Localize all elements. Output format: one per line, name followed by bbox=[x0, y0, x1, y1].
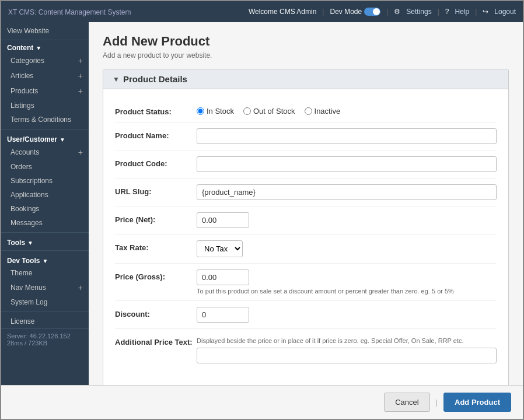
status-out-of-stock-label[interactable]: Out of Stock bbox=[243, 107, 295, 116]
bookings-label: Bookings bbox=[11, 205, 39, 213]
tools-section-header[interactable]: Tools ▼ bbox=[1, 235, 89, 248]
content-arrow: ▼ bbox=[36, 45, 41, 51]
card-body: Product Status: In Stock Out of Stock bbox=[103, 89, 508, 379]
settings-link[interactable]: Settings bbox=[406, 8, 431, 16]
sidebar-item-categories[interactable]: Categories + bbox=[1, 53, 89, 68]
devtools-arrow: ▼ bbox=[42, 258, 48, 264]
devtools-label: Dev Tools bbox=[7, 257, 40, 265]
additional-price-row: Additional Price Text: Displayed beside … bbox=[115, 329, 497, 369]
help-icon: ? bbox=[445, 8, 449, 16]
price-gross-control: To put this product on sale set a discou… bbox=[197, 270, 497, 295]
product-code-input[interactable] bbox=[197, 156, 497, 172]
url-slug-input[interactable] bbox=[197, 184, 497, 200]
status-inactive-radio[interactable] bbox=[305, 107, 312, 115]
divider3 bbox=[1, 250, 89, 251]
sidebar-item-subscriptions[interactable]: Subscriptions bbox=[1, 174, 89, 188]
accounts-plus[interactable]: + bbox=[78, 148, 83, 157]
products-label: Products bbox=[11, 87, 38, 95]
devtools-section-header[interactable]: Dev Tools ▼ bbox=[1, 253, 89, 266]
product-code-label: Product Code: bbox=[115, 156, 197, 168]
user-section-header[interactable]: User/Customer ▼ bbox=[1, 132, 89, 145]
price-net-label: Price (Net): bbox=[115, 212, 197, 224]
product-details-card: ▼ Product Details Product Status: In Sto… bbox=[103, 69, 509, 385]
card-title: Product Details bbox=[123, 74, 187, 84]
price-hint: To put this product on sale set a discou… bbox=[197, 288, 497, 295]
footer-bar: Cancel | Add Product bbox=[1, 385, 523, 419]
help-link[interactable]: Help bbox=[455, 8, 469, 16]
sidebar-item-bookings[interactable]: Bookings bbox=[1, 202, 89, 216]
sidebar-item-theme[interactable]: Theme bbox=[1, 266, 89, 280]
status-out-of-stock-radio[interactable] bbox=[243, 107, 251, 115]
user-label: User/Customer bbox=[7, 135, 57, 144]
applications-label: Applications bbox=[11, 191, 48, 199]
additional-price-label-text: Additional Price Text: bbox=[115, 338, 193, 346]
price-net-input[interactable] bbox=[197, 212, 249, 228]
sidebar-item-system-log[interactable]: System Log bbox=[1, 295, 89, 309]
sep4: | bbox=[475, 8, 477, 16]
sidebar-item-applications[interactable]: Applications bbox=[1, 188, 89, 202]
sep2: | bbox=[386, 8, 388, 16]
additional-price-label: Additional Price Text: bbox=[115, 335, 197, 346]
card-collapse-icon[interactable]: ▼ bbox=[113, 75, 120, 83]
sidebar-item-orders[interactable]: Orders bbox=[1, 160, 89, 174]
footer-sep: | bbox=[436, 398, 438, 407]
dev-mode-toggle[interactable]: Dev Mode bbox=[330, 8, 380, 16]
view-website-label: View Website bbox=[7, 27, 49, 35]
dev-mode-label: Dev Mode bbox=[330, 8, 362, 16]
page-title: Add New Product bbox=[103, 34, 509, 49]
divider4 bbox=[1, 312, 89, 312]
additional-price-control: Displayed beside the price or in place o… bbox=[197, 335, 497, 363]
header: XT CMS: Content Management System Welcom… bbox=[1, 1, 523, 22]
discount-row: Discount: bbox=[115, 301, 497, 329]
tools-label: Tools bbox=[7, 239, 25, 247]
product-code-row: Product Code: bbox=[115, 150, 497, 178]
tax-rate-select[interactable]: No Tax 5% 10% 20% bbox=[197, 240, 243, 257]
nav-menus-plus[interactable]: + bbox=[78, 283, 83, 292]
sidebar-item-products[interactable]: Products + bbox=[1, 83, 89, 99]
url-slug-row: URL Slug: bbox=[115, 178, 497, 206]
sidebar-item-view-website[interactable]: View Website bbox=[1, 22, 89, 40]
status-inactive-label[interactable]: Inactive bbox=[305, 107, 341, 116]
sidebar-item-messages[interactable]: Messages bbox=[1, 216, 89, 230]
tax-rate-control: No Tax 5% 10% 20% bbox=[197, 240, 497, 257]
sidebar-item-license[interactable]: License bbox=[1, 314, 89, 328]
additional-price-input[interactable] bbox=[197, 348, 497, 363]
product-name-input[interactable] bbox=[197, 128, 497, 144]
discount-control bbox=[197, 307, 497, 323]
add-product-button[interactable]: Add Product bbox=[443, 393, 511, 412]
additional-price-desc: Displayed beside the price or in place o… bbox=[197, 337, 497, 344]
user-arrow: ▼ bbox=[60, 136, 65, 143]
brand-sub: : Content Management System bbox=[34, 8, 131, 16]
discount-label: Discount: bbox=[115, 307, 197, 318]
sep1: | bbox=[322, 8, 324, 16]
product-status-label: Product Status: bbox=[115, 104, 197, 116]
server-address: Server: 46.22.128.152 bbox=[7, 332, 83, 340]
product-name-row: Product Name: bbox=[115, 123, 497, 150]
sidebar-item-articles[interactable]: Articles + bbox=[1, 68, 89, 83]
sidebar: View Website Content ▼ Categories + Arti… bbox=[1, 22, 89, 385]
body: View Website Content ▼ Categories + Arti… bbox=[1, 22, 523, 385]
status-in-stock-radio[interactable] bbox=[197, 107, 204, 115]
content-section-header[interactable]: Content ▼ bbox=[1, 40, 89, 53]
price-net-row: Price (Net): bbox=[115, 206, 497, 235]
header-nav: Welcome CMS Admin | Dev Mode | ⚙ Setting… bbox=[249, 8, 516, 16]
articles-plus[interactable]: + bbox=[78, 71, 83, 80]
divider1 bbox=[1, 129, 89, 130]
categories-plus[interactable]: + bbox=[78, 56, 83, 65]
cancel-button[interactable]: Cancel bbox=[384, 393, 429, 412]
articles-label: Articles bbox=[11, 72, 33, 80]
sidebar-item-terms[interactable]: Terms & Conditions bbox=[1, 113, 89, 127]
sidebar-item-accounts[interactable]: Accounts + bbox=[1, 145, 89, 160]
discount-input[interactable] bbox=[197, 307, 249, 323]
nav-menus-label: Nav Menus bbox=[11, 284, 46, 292]
dev-mode-switch[interactable] bbox=[364, 8, 380, 16]
products-plus[interactable]: + bbox=[78, 86, 83, 96]
logout-link[interactable]: Logout bbox=[494, 8, 516, 16]
logout-icon: ↪ bbox=[483, 8, 488, 16]
status-in-stock-label[interactable]: In Stock bbox=[197, 107, 234, 116]
server-info: Server: 46.22.128.152 28ms / 723KB bbox=[1, 328, 89, 350]
tax-rate-row: Tax Rate: No Tax 5% 10% 20% bbox=[115, 235, 497, 264]
sidebar-item-nav-menus[interactable]: Nav Menus + bbox=[1, 280, 89, 295]
sidebar-item-listings[interactable]: Listings bbox=[1, 99, 89, 113]
price-gross-input[interactable] bbox=[197, 270, 249, 285]
